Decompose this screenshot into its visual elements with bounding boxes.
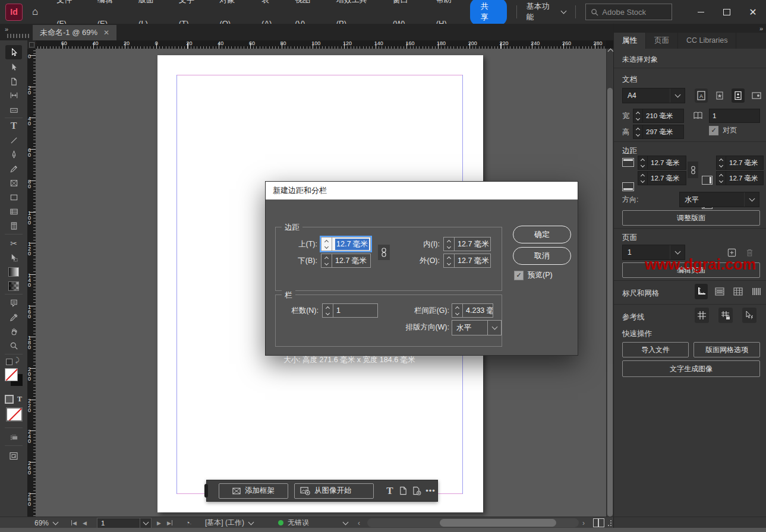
spinner[interactable] [638,156,648,169]
share-button[interactable]: 共享 [470,0,507,26]
pages-count-field[interactable]: 1 [709,109,760,123]
orientation-landscape-icon[interactable] [750,88,763,103]
spinner[interactable] [323,304,333,317]
page-size-preset-select[interactable]: A4 [622,88,685,103]
swap-fill-stroke-icon[interactable]: ⤸ [15,356,20,364]
panel-outside-margin-value[interactable]: 12.7 毫米 [726,172,763,185]
fill-stroke-swatch[interactable] [5,368,23,386]
next-page-icon[interactable]: ▶ [157,520,161,526]
expand-panel-icon[interactable]: » [5,26,7,33]
close-tab-icon[interactable]: ✕ [103,28,109,37]
spinner[interactable] [444,238,455,251]
facing-pages-row[interactable]: ✓ 对页 [709,125,737,135]
scrollbar-thumb[interactable] [607,88,613,517]
selection-tool[interactable] [5,45,22,59]
maximize-button[interactable] [714,0,740,24]
spinner[interactable] [321,254,332,267]
text-icon[interactable]: T [17,395,22,404]
spinner[interactable] [633,125,643,138]
scroll-up-icon[interactable] [608,49,614,55]
apply-color-swatch[interactable] [6,407,23,422]
document-tab[interactable]: 未命名-1 @ 69% ✕ [33,25,116,40]
column-count-value[interactable]: 1 [333,304,377,317]
preflight-status[interactable]: 无错误 [278,517,309,528]
pen-tool[interactable] [5,147,22,162]
content-collector-tool[interactable] [5,103,22,117]
writing-direction-select[interactable]: 水平 [452,320,502,335]
width-field[interactable]: 210 毫米 [633,109,684,123]
scroll-left-icon[interactable]: ‹ [358,517,360,528]
spinner[interactable] [444,254,455,267]
columns-grid-icon[interactable] [750,284,763,299]
home-icon[interactable]: ⌂ [32,6,38,18]
default-swatches-swap[interactable]: ⤸ [5,357,23,367]
toolbar-grip[interactable] [7,34,30,38]
vertical-grid-tool[interactable] [5,218,22,233]
panel-bottom-margin-field[interactable]: 12.7 毫米 [638,171,686,185]
inside-margin-field[interactable]: 12.7 毫米 [443,237,491,251]
spinner[interactable] [321,238,332,251]
preflight-profile[interactable]: [基本] (工作) [205,517,253,528]
direct-selection-tool[interactable] [5,60,22,74]
first-page-icon[interactable]: ◀ [71,520,77,526]
close-button[interactable]: ✕ [740,0,766,24]
resize-grip-icon[interactable] [605,517,612,528]
toolbar-drag-handle[interactable] [204,484,208,498]
zoom-tool[interactable] [5,338,22,353]
page-tool[interactable] [5,74,22,88]
line-tool[interactable] [5,133,22,147]
outside-margin-field[interactable]: 12.7 毫米 [443,254,491,268]
indesign-logo[interactable]: Id [5,4,23,21]
rotation-icon[interactable]: ◔. [185,517,191,528]
start-from-image-button[interactable]: 从图像开始 [294,483,374,499]
collapse-panel-icon[interactable]: » [759,25,762,32]
doc-a-icon[interactable]: A [695,88,708,103]
tab-cc-libraries[interactable]: CC Libraries [678,33,736,49]
view-options-icon[interactable] [5,430,22,444]
tab-pages[interactable]: 页面 [646,33,678,49]
bottom-margin-value[interactable]: 12.7 毫米 [332,254,370,267]
document-grid-icon[interactable] [732,284,745,299]
minimize-button[interactable] [688,0,714,24]
frame-tool[interactable] [5,176,22,190]
preflight-menu-chevron[interactable] [343,517,348,528]
page-icon[interactable] [396,486,410,495]
spinner[interactable] [717,156,726,169]
hand-tool[interactable] [5,324,22,338]
last-page-icon[interactable]: ▶ [167,520,172,526]
screen-mode-icon[interactable] [5,449,22,463]
gutter-field[interactable]: 4.233 毫米 [452,303,493,318]
scrollbar-thumb[interactable] [440,519,556,527]
doc-bleed-icon[interactable] [713,88,726,103]
panel-outside-margin-field[interactable]: 12.7 毫米 [716,171,764,185]
preview-checkbox[interactable]: ✓ [514,271,524,280]
scroll-right-icon[interactable]: › [582,517,585,528]
preview-checkbox-row[interactable]: ✓ 预览(P) [514,270,553,280]
spinner[interactable] [452,304,463,317]
default-fill-stroke-icon[interactable] [6,359,12,365]
panel-link-margins-icon[interactable] [688,162,698,178]
workspace-switcher[interactable]: 基本功能 [527,1,566,23]
link-margins-icon[interactable] [378,245,390,260]
import-file-button[interactable]: 导入文件 [622,342,689,357]
panel-top-margin-value[interactable]: 12.7 毫米 [648,156,686,169]
facing-pages-checkbox[interactable]: ✓ [709,126,718,135]
horizontal-grid-tool[interactable] [5,204,22,218]
column-count-field[interactable]: 1 [322,303,378,318]
height-field[interactable]: 297 毫米 [633,125,684,139]
rectangle-tool[interactable] [5,190,22,204]
guides-icon[interactable] [695,308,709,323]
more-options-icon[interactable]: ••• [424,486,437,495]
direction-select[interactable]: 水平 [679,192,759,207]
panel-inside-margin-value[interactable]: 12.7 毫米 [726,156,763,169]
panel-top-margin-field[interactable]: 12.7 毫米 [638,156,686,170]
spinner[interactable] [638,172,648,185]
dialog-title[interactable]: 新建边距和分栏 [266,182,578,200]
baseline-grid-icon[interactable] [713,284,726,299]
panel-bottom-margin-value[interactable]: 12.7 毫米 [648,172,686,185]
tab-properties[interactable]: 属性 [614,33,646,49]
layout-grid-options-button[interactable]: 版面网格选项 [694,342,760,357]
bottom-margin-field[interactable]: 12.7 毫米 [321,254,371,268]
outside-margin-value[interactable]: 12.7 毫米 [455,254,490,267]
ruler-origin-box[interactable] [27,40,36,49]
